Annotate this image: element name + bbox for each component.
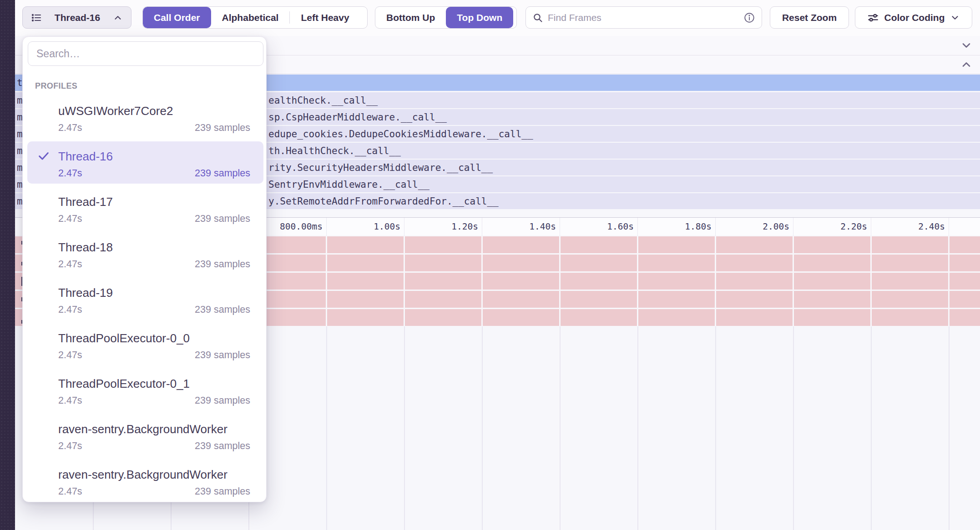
- frame-text-fragment: sp.CspHeaderMiddleware.__call__: [268, 112, 447, 123]
- profile-item-samples: 239 samples: [195, 486, 250, 497]
- gridline: [715, 236, 716, 326]
- profile-list-item[interactable]: raven-sentry.BackgroundWorker2.47s239 sa…: [23, 413, 267, 459]
- frame-text-fragment: m: [17, 162, 23, 173]
- chevron-down-icon: [950, 13, 960, 23]
- direction-option-top-down[interactable]: Top Down: [446, 7, 513, 28]
- axis-tick-label: 1.00s: [374, 221, 404, 232]
- frame-text-fragment: SentryEnvMiddleware.__call__: [268, 179, 429, 190]
- gridline: [949, 326, 950, 530]
- profile-list-item[interactable]: Thread-162.47s239 samples: [23, 140, 267, 186]
- profile-item-samples: 239 samples: [195, 213, 250, 225]
- flamegraph-toolbar: Thread-16 Call Order Alphabetical Left H…: [15, 0, 980, 36]
- profile-item-duration: 2.47s: [58, 168, 82, 179]
- profile-item-samples: 239 samples: [195, 440, 250, 452]
- reset-zoom-button[interactable]: Reset Zoom: [770, 6, 849, 29]
- axis-tick-line: [871, 218, 871, 236]
- chevron-down-icon[interactable]: [960, 39, 973, 52]
- axis-tick-line: [949, 218, 949, 236]
- profile-item-duration: 2.47s: [58, 395, 82, 406]
- profile-item-title: raven-sentry.BackgroundWorker: [58, 468, 227, 482]
- frame-text-fragment: m: [17, 129, 23, 140]
- profile-item-samples: 239 samples: [195, 304, 250, 315]
- profile-list-item[interactable]: Thread-172.47s239 samples: [23, 186, 267, 231]
- frame-text-fragment: rity.SecurityHeadersMiddleware.__call__: [268, 162, 493, 173]
- checkmark-icon: [37, 150, 50, 162]
- gridline: [404, 236, 405, 326]
- sort-option-alphabetical[interactable]: Alphabetical: [211, 7, 290, 28]
- gridline: [481, 236, 483, 326]
- profile-item-duration: 2.47s: [58, 259, 82, 270]
- profile-list-item[interactable]: ThreadPoolExecutor-0_02.47s239 samples: [23, 322, 267, 368]
- axis-tick-line: [482, 218, 482, 236]
- gridline: [559, 236, 561, 326]
- profile-list-item[interactable]: raven-sentry.BackgroundWorker2.47s239 sa…: [23, 459, 267, 502]
- gridline: [870, 236, 872, 326]
- find-frames-searchbox[interactable]: [525, 6, 762, 29]
- sort-mode-segmented-control: Call Order Alphabetical Left Heavy: [142, 6, 368, 29]
- frame-text-fragment: m: [17, 145, 23, 156]
- profile-item-duration: 2.47s: [58, 440, 82, 452]
- frame-text-fragment: m: [17, 112, 23, 123]
- axis-tick-line: [404, 218, 404, 236]
- profile-list-item[interactable]: Thread-182.47s239 samples: [23, 231, 267, 277]
- frame-text-fragment: th.HealthCheck.__call__: [268, 145, 401, 156]
- gridline: [715, 326, 716, 530]
- frame-text-fragment: y.SetRemoteAddrFromForwardedFor.__call__: [268, 196, 499, 207]
- profile-item-samples: 239 samples: [195, 350, 250, 361]
- gridline: [326, 236, 327, 326]
- info-icon[interactable]: [743, 12, 755, 24]
- profile-list-item[interactable]: uWSGIWorker7Core22.47s239 samples: [23, 95, 267, 140]
- direction-option-bottom-up[interactable]: Bottom Up: [375, 7, 446, 28]
- profile-item-title: ThreadPoolExecutor-0_0: [58, 331, 190, 345]
- sliders-icon: [867, 12, 879, 24]
- search-icon: [532, 12, 543, 23]
- sort-option-left-heavy[interactable]: Left Heavy: [290, 7, 360, 28]
- axis-tick-label: 1.40s: [529, 221, 560, 232]
- profile-item-samples: 239 samples: [195, 122, 250, 134]
- gridline: [482, 326, 483, 530]
- profile-item-title: Thread-19: [58, 286, 113, 300]
- gridline: [948, 236, 950, 326]
- list-icon: [31, 12, 42, 23]
- gridline: [793, 236, 794, 326]
- frame-text-fragment: m: [17, 179, 23, 190]
- find-frames-input[interactable]: [548, 12, 739, 23]
- gridline: [560, 326, 561, 530]
- profile-list-item[interactable]: Thread-192.47s239 samples: [23, 277, 267, 322]
- profile-list: uWSGIWorker7Core22.47s239 samplesThread-…: [23, 95, 267, 502]
- profile-item-duration: 2.47s: [58, 350, 82, 361]
- profile-item-duration: 2.47s: [58, 486, 82, 497]
- profile-item-samples: 239 samples: [195, 259, 250, 270]
- profile-item-title: uWSGIWorker7Core2: [58, 104, 173, 118]
- axis-tick-label: 2.40s: [918, 221, 949, 232]
- frame-text-fragment: m: [17, 95, 23, 106]
- gridline: [871, 326, 872, 530]
- profile-item-title: raven-sentry.BackgroundWorker: [58, 422, 227, 436]
- color-coding-button[interactable]: Color Coding: [855, 6, 972, 29]
- profile-item-samples: 239 samples: [195, 395, 250, 406]
- profile-item-title: ThreadPoolExecutor-0_1: [58, 377, 190, 391]
- sort-option-call-order[interactable]: Call Order: [143, 7, 211, 28]
- axis-tick-line: [637, 218, 638, 236]
- profile-item-samples: 239 samples: [195, 168, 250, 179]
- axis-tick-line: [560, 218, 560, 236]
- axis-tick-line: [715, 218, 716, 236]
- thread-dropdown-panel: PROFILES uWSGIWorker7Core22.47s239 sampl…: [22, 36, 267, 502]
- reset-zoom-label: Reset Zoom: [782, 12, 837, 23]
- thread-selector-button[interactable]: Thread-16: [22, 6, 131, 29]
- profile-list-item[interactable]: ThreadPoolExecutor-0_12.47s239 samples: [23, 368, 267, 413]
- profiles-section-label: PROFILES: [35, 81, 77, 91]
- profile-item-duration: 2.47s: [58, 213, 82, 225]
- profile-search-input[interactable]: [28, 41, 263, 66]
- axis-tick-label: 2.00s: [763, 221, 793, 232]
- profile-item-duration: 2.47s: [58, 304, 82, 315]
- chevron-up-icon[interactable]: [960, 58, 973, 71]
- axis-tick-line: [793, 218, 793, 236]
- frame-text-fragment: edupe_cookies.DedupeCookiesMiddleware.__…: [268, 129, 533, 140]
- gridline: [637, 236, 638, 326]
- thread-selector-label: Thread-16: [55, 12, 100, 23]
- chevron-up-icon: [113, 13, 123, 23]
- profile-item-duration: 2.47s: [58, 122, 82, 134]
- profile-item-title: Thread-17: [58, 195, 113, 209]
- gridline: [404, 326, 405, 530]
